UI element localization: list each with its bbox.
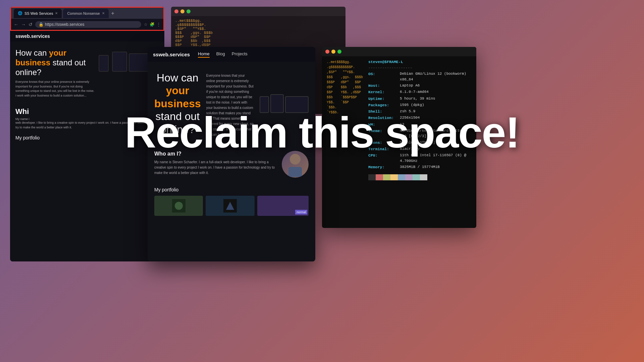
lock-icon: 🔒: [39, 22, 44, 27]
hero-business-main: business: [154, 98, 201, 110]
nav-projects[interactable]: Projects: [232, 51, 248, 58]
info-uptime-right: Uptime: 5 hours, 39 mins: [368, 96, 472, 102]
bio-partial-desc: web developer. I like to bring a creativ…: [15, 121, 159, 130]
site-logo-left: ssweb.services: [15, 34, 50, 39]
color-block-7: [413, 174, 420, 180]
theme-key-right: Theme:: [368, 128, 398, 139]
nav-blog[interactable]: Blog: [216, 51, 225, 58]
who-partial-title: Whi: [15, 107, 159, 116]
os-key-right: OS:: [368, 71, 398, 82]
hero-section-main: How can your business stand outonline? E…: [148, 62, 315, 145]
back-button-left[interactable]: ←: [14, 22, 18, 27]
terminal-separator-right: -------------------: [368, 65, 472, 70]
bio-partial-name: My name i: [15, 117, 159, 121]
icons-key-right: Icons:: [368, 140, 398, 145]
terminal-minimize-dot: [180, 9, 184, 13]
url-box-left[interactable]: 🔒 https://ssweb.services: [35, 21, 141, 28]
terminal-close-dot: [174, 9, 178, 13]
who-text-main: Who am I? My name is Steven Schaefer. I …: [154, 151, 276, 176]
hero-desc-left: Everyone knows that your online presence…: [15, 80, 95, 98]
kernel-key-right: Kernel:: [368, 89, 398, 95]
device-phone-left: [99, 55, 109, 72]
host-val-right: Laptop A6: [400, 83, 420, 88]
site-content-left: ssweb.services How can your business sta…: [10, 31, 164, 261]
terminal-close-right: [325, 50, 329, 54]
browser-window-left: 🌐 SS Web Services ✕ Common Nonsense ✕ + …: [10, 7, 164, 261]
hero-section-left: How can your business stand outonline? E…: [10, 42, 164, 105]
site-nav-main: ssweb.services Home Blog Projects: [148, 47, 315, 62]
terminal-ascii-right: ..met$$$$gg. .g$$$$$$$$$$P. ,$SP" ""Y$$.…: [327, 60, 363, 180]
kernel-val-right: 6.1.0-7-amd64: [400, 89, 429, 95]
tab-common-nonsense[interactable]: Common Nonsense ✕: [63, 9, 108, 18]
terminal-hostname-right: steven@$FRAME-L: [368, 60, 472, 64]
terminal-body-right: ..met$$$$gg. .g$$$$$$$$$$P. ,$SP" ""Y$$.…: [322, 56, 476, 184]
tab-ss-web-services[interactable]: 🌐 SS Web Services ✕: [14, 9, 62, 18]
info-os-right: OS: Debian GNU/Linux 12 (bookworm) x86_6…: [368, 71, 472, 82]
cpu-key-right: CPU:: [368, 153, 398, 164]
theme-val-right: Nordic-darker-standard-buttons-v40 [GTK2…: [400, 128, 472, 139]
star-icon[interactable]: ☆: [144, 22, 148, 27]
svg-point-0: [290, 154, 301, 165]
portfolio-thumb-2: [223, 199, 237, 213]
reload-button-left[interactable]: ↺: [29, 22, 33, 27]
nav-home[interactable]: Home: [198, 51, 210, 58]
info-cpu-right: CPU: 11th Gen Intel i7-1165G7 (8) @ 4.70…: [368, 153, 472, 164]
portfolio-section-main: My portfolio normal: [148, 183, 315, 220]
shell-val-right: zsh 5.9: [400, 109, 415, 114]
tab-close-left[interactable]: ✕: [55, 11, 58, 15]
info-memory-right: Memory: 3825MiB / 15774MiB: [368, 164, 472, 170]
tab-bar-left: 🌐 SS Web Services ✕ Common Nonsense ✕ +: [10, 7, 164, 19]
hero-highlight-your: your: [49, 48, 66, 57]
cpu-val-right: 11th Gen Intel i7-1165G7 (8) @ 4.700GHz: [400, 153, 472, 164]
portfolio-item-2: [206, 196, 254, 216]
tab-favicon: 🌐: [18, 11, 22, 15]
info-shell-right: Shell: zsh 5.9: [368, 109, 472, 114]
resolution-key-right: Resolution:: [368, 115, 398, 121]
who-title-main: Who am I?: [154, 151, 276, 157]
wm-key-right: WM:: [368, 122, 398, 127]
device-monitor-main: [285, 96, 309, 113]
terminal-val-right: alacritty: [400, 146, 420, 152]
portfolio-label-left: My portfolio: [15, 135, 159, 140]
toolbar-icons-left: ☆ 🧩 ⋮: [144, 22, 161, 27]
uptime-val-right: 5 hours, 39 mins: [400, 96, 435, 102]
address-bar-left: ← → ↺ 🔒 https://ssweb.services ☆ 🧩 ⋮: [10, 19, 164, 31]
terminal-window-right: ..met$$$$gg. .g$$$$$$$$$$P. ,$SP" ""Y$$.…: [322, 47, 476, 228]
hero-title-left: How can your business stand outonline?: [15, 48, 95, 77]
avatar-illustration: [285, 151, 305, 178]
portfolio-items-main: normal: [154, 196, 309, 216]
info-kernel-right: Kernel: 6.1.0-7-amd64: [368, 89, 472, 95]
terminal-key-right: Terminal:: [368, 146, 398, 152]
shell-key-right: Shell:: [368, 109, 398, 114]
extension-icon[interactable]: 🧩: [150, 22, 155, 27]
device-tablet-main: [270, 94, 284, 113]
new-tab-button-left[interactable]: +: [111, 10, 114, 16]
site-nav-logo: ssweb.services: [153, 52, 190, 57]
who-partial-left: Whi My name i web developer. I like to b…: [10, 105, 164, 132]
terminal-maximize-right: [337, 50, 341, 54]
terminal-minimize-right: [331, 50, 335, 54]
who-section-main: Who am I? My name is Steven Schaefer. I …: [148, 145, 315, 183]
color-block-5: [398, 174, 405, 180]
terminal-header-bg: [171, 7, 345, 16]
color-block-4: [390, 174, 398, 180]
device-tablet-left: [112, 52, 127, 72]
forward-button-left[interactable]: →: [21, 22, 26, 27]
svg-rect-1: [288, 167, 302, 177]
memory-val-right: 3825MiB / 15774MiB: [400, 164, 440, 170]
pkg-val-right: 1595 (dpkg): [400, 102, 424, 108]
info-packages-right: Packages: 1595 (dpkg): [368, 102, 472, 108]
terminal-info-right: steven@$FRAME-L ------------------- OS: …: [368, 60, 472, 180]
portfolio-partial-left: My portfolio: [10, 132, 164, 143]
os-val-right: Debian GNU/Linux 12 (bookworm) x86_64: [400, 71, 472, 82]
svg-point-3: [175, 202, 183, 210]
hero-text-left: How can your business stand outonline? E…: [15, 48, 95, 98]
tab-close-2[interactable]: ✕: [102, 11, 105, 15]
host-key-right: Host:: [368, 83, 398, 88]
info-terminal-right: Terminal: alacritty: [368, 146, 472, 152]
hero-title-main: How can your business stand outonline?: [154, 71, 201, 136]
hero-devices-main: [260, 94, 309, 113]
browser-window-main: ssweb.services Home Blog Projects How ca…: [148, 47, 315, 261]
hero-your-main: your: [166, 84, 189, 97]
menu-icon-left[interactable]: ⋮: [157, 22, 161, 27]
